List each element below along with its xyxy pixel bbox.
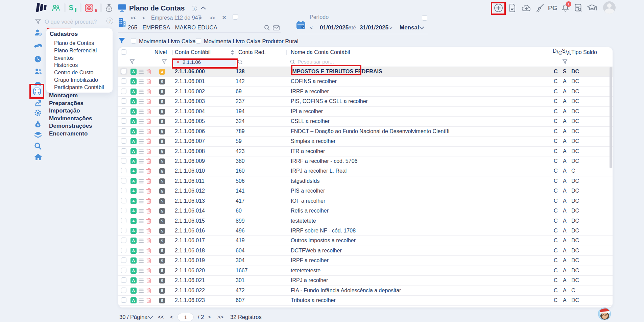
- table-row[interactable]: A 5 2.1.1.06.002 69 IRRF a recolher: [118, 87, 613, 97]
- delete-icon[interactable]: [146, 89, 151, 95]
- global-search-input[interactable]: O que você procura?: [45, 19, 97, 25]
- help-icon[interactable]: ?: [106, 18, 113, 24]
- drag-handle-icon[interactable]: [139, 70, 144, 74]
- table-row[interactable]: A 5 2.1.1.06.017 419 Outros impostos a r: [118, 236, 613, 246]
- row-checkbox[interactable]: [121, 268, 126, 273]
- drag-handle-icon[interactable]: [139, 209, 144, 213]
- delete-icon[interactable]: [146, 288, 151, 294]
- table-row[interactable]: A 5 2.1.1.06.019 304 IRPF a recolher: [118, 256, 613, 266]
- table-row[interactable]: A 5 2.1.1.06.020 1667 teteteteteste: [118, 266, 613, 276]
- drag-handle-icon[interactable]: [139, 298, 144, 303]
- sidebar-calculator-icon[interactable]: [31, 85, 43, 97]
- delete-icon[interactable]: [146, 248, 151, 254]
- delete-icon[interactable]: [146, 98, 151, 104]
- page-next-button[interactable]: >: [208, 314, 211, 320]
- company-last-button[interactable]: >>: [210, 15, 215, 21]
- row-checkbox[interactable]: [121, 288, 126, 293]
- drag-handle-icon[interactable]: [139, 269, 144, 273]
- row-checkbox[interactable]: [121, 69, 126, 74]
- delete-icon[interactable]: [146, 238, 151, 244]
- table-row[interactable]: A 5 2.1.1.06.014 60 Refis a recolher: [118, 206, 613, 216]
- document-icon[interactable]: [509, 4, 516, 12]
- page-first-button[interactable]: <<: [158, 314, 164, 320]
- row-checkbox[interactable]: [121, 138, 126, 144]
- menu-section-cadastros[interactable]: Cadastros: [50, 30, 113, 38]
- sort-icon[interactable]: [231, 50, 234, 55]
- drag-handle-icon[interactable]: [139, 79, 144, 84]
- sidebar-filter-icon[interactable]: [35, 19, 41, 24]
- table-row[interactable]: A 5 2.1.1.06.016 496 IRRF sobre NF - cód: [118, 226, 613, 236]
- delete-icon[interactable]: [146, 228, 151, 234]
- table-row[interactable]: A 5 2.1.1.06.021 301 IRPJ a recolher: [118, 276, 613, 286]
- row-checkbox[interactable]: [121, 277, 126, 283]
- nivel-filter-funnel-icon[interactable]: [162, 59, 167, 64]
- cloud-upload-icon[interactable]: [522, 4, 531, 11]
- menu-section-movimentacoes[interactable]: Movimentações: [49, 115, 92, 123]
- table-row[interactable]: A 4 2.1.1.06.000 138 IMPOSTOS E TRIBUTOS: [118, 67, 613, 77]
- drag-handle-icon[interactable]: [139, 109, 144, 114]
- period-start-date[interactable]: 01/01/2025: [320, 24, 349, 31]
- table-row[interactable]: A 5 2.1.1.06.010 160 IRPJ a recolher L.: [118, 166, 613, 176]
- table-row[interactable]: A 5 2.1.1.06.001 142 COFINS a recolher: [118, 77, 613, 86]
- period-chevron-down-icon[interactable]: [419, 26, 424, 29]
- submenu-plano-referencial[interactable]: Plano Referencial: [54, 47, 113, 54]
- company-checkbox[interactable]: [233, 14, 238, 20]
- drag-handle-icon[interactable]: [139, 139, 144, 144]
- add-icon[interactable]: [494, 3, 503, 13]
- row-checkbox[interactable]: [121, 148, 126, 154]
- delete-icon[interactable]: [146, 78, 151, 84]
- delete-icon[interactable]: [146, 277, 151, 283]
- pg-button[interactable]: PG: [548, 4, 557, 12]
- sidebar-user-gear-icon[interactable]: [34, 29, 42, 36]
- sidebar-gear-icon[interactable]: [34, 109, 42, 117]
- support-chat-avatar[interactable]: [598, 307, 611, 320]
- submenu-eventos[interactable]: Eventos: [54, 54, 113, 62]
- sidebar-layers-icon[interactable]: [34, 131, 42, 138]
- delete-icon[interactable]: [146, 108, 151, 115]
- submenu-participante-contabil[interactable]: Participante Contábil: [54, 84, 113, 91]
- delete-icon[interactable]: [146, 148, 151, 154]
- row-checkbox[interactable]: [121, 228, 126, 233]
- drag-handle-icon[interactable]: [139, 289, 144, 293]
- page-number-input[interactable]: 1: [177, 313, 194, 321]
- delete-icon[interactable]: [146, 158, 151, 164]
- table-row[interactable]: A 5 2.1.1.06.006 789 FNDCT – Doação ao F: [118, 127, 613, 137]
- delete-icon[interactable]: [146, 168, 151, 174]
- page-last-button[interactable]: >>: [217, 314, 223, 320]
- row-checkbox[interactable]: [121, 238, 126, 243]
- row-checkbox[interactable]: [121, 98, 126, 104]
- module-dollar-icon[interactable]: $: [69, 4, 76, 12]
- period-end-date[interactable]: 31/01/2025: [360, 24, 388, 31]
- sidebar-handshake-icon[interactable]: [34, 43, 43, 49]
- table-row[interactable]: A 5 2.1.1.06.012 141 PIS a recolher: [118, 186, 613, 196]
- drag-handle-icon[interactable]: [139, 119, 144, 124]
- row-checkbox[interactable]: [121, 218, 126, 223]
- row-checkbox[interactable]: [121, 168, 126, 173]
- notifications-bell-icon[interactable]: 1: [561, 4, 570, 13]
- drag-handle-icon[interactable]: [139, 278, 144, 283]
- sidebar-money-bag-icon[interactable]: $: [34, 120, 42, 128]
- drag-handle-icon[interactable]: [139, 199, 144, 203]
- drag-handle-icon[interactable]: [139, 90, 144, 94]
- menu-section-importacao[interactable]: Importação: [49, 107, 92, 115]
- delete-icon[interactable]: [146, 138, 151, 144]
- column-header-conta[interactable]: Conta Contábil: [175, 49, 211, 55]
- info-icon[interactable]: i: [192, 6, 197, 11]
- audit-log-icon[interactable]: [575, 4, 582, 12]
- row-checkbox[interactable]: [121, 257, 126, 263]
- period-prev-button[interactable]: <: [310, 25, 312, 30]
- drag-handle-icon[interactable]: [139, 179, 144, 183]
- table-row[interactable]: A 5 2.1.1.06.013 417 IOF a recolher: [118, 196, 613, 206]
- table-filter-funnel-icon[interactable]: [118, 38, 125, 44]
- row-checkbox[interactable]: [121, 248, 126, 253]
- delete-icon[interactable]: [146, 257, 151, 264]
- per-page-chevron-down-icon[interactable]: [148, 316, 153, 319]
- livro-caixa-checkbox[interactable]: [131, 38, 136, 44]
- clear-filter-icon[interactable]: ✕: [176, 59, 180, 65]
- company-prev-button[interactable]: <: [142, 15, 145, 21]
- submenu-historicos[interactable]: Históricos: [54, 61, 113, 69]
- row-checkbox[interactable]: [121, 158, 126, 164]
- row-checkbox[interactable]: [121, 78, 126, 84]
- academy-cap-icon[interactable]: [587, 4, 597, 12]
- delete-icon[interactable]: [146, 118, 151, 124]
